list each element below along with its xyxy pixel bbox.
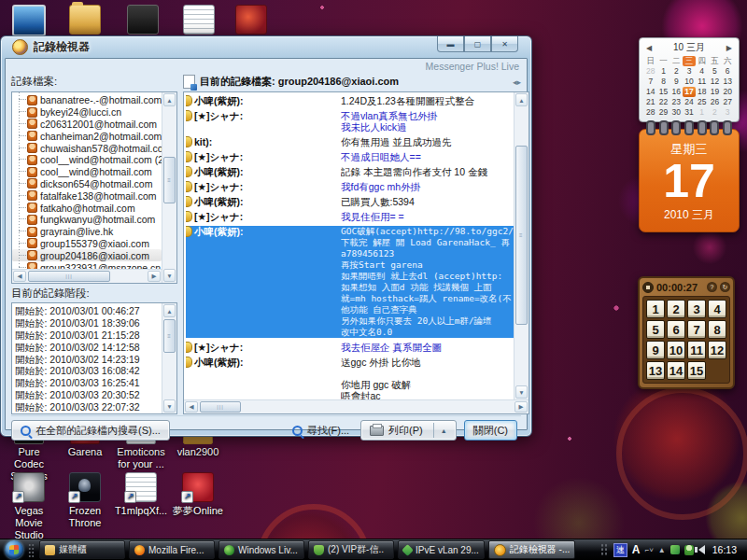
calendar-day-cell[interactable]: 28: [644, 66, 657, 77]
chat-message-line[interactable]: 不過成日咀她人==: [341, 151, 514, 162]
chat-message-line[interactable]: 就=mh hosthack=踢人 rename=改名(不: [341, 293, 514, 304]
calendar-today-card[interactable]: 星期三 17 2010 三月: [639, 129, 740, 232]
chat-message-line[interactable]: 如果想知 入面d 功能 找講幾個 上面: [341, 282, 514, 293]
puzzle-tile[interactable]: 7: [687, 320, 706, 339]
calendar-next-icon[interactable]: ▶: [725, 44, 734, 52]
calendar-day-cell[interactable]: 24: [683, 97, 696, 107]
log-file-item[interactable]: fungkwanyu@hotmail.com: [12, 214, 162, 226]
scroll-down-icon[interactable]: ▼: [515, 385, 528, 399]
calendar-day-cell[interactable]: 30: [669, 107, 683, 118]
scrollbar-thumb[interactable]: |||: [28, 271, 110, 282]
chat-sender-name[interactable]: 小啤(紫妍):: [186, 196, 341, 207]
chat-sender-name[interactable]: [★]シャナ:: [186, 342, 341, 353]
chat-message-line[interactable]: 不過vlan真系無乜外掛: [341, 110, 514, 121]
log-file-item[interactable]: group323931@msnzone.cn: [12, 261, 162, 269]
puzzle-tile[interactable]: 11: [687, 341, 706, 359]
calendar-day-cell[interactable]: 14: [644, 87, 657, 97]
scroll-left-icon[interactable]: ◀: [13, 271, 26, 282]
chat-message-line[interactable]: 我未比人kick過: [341, 121, 514, 133]
session-item[interactable]: 開始於: 2010/03/01 21:15:28: [15, 329, 162, 342]
log-file-item[interactable]: bykeyi24@lucci.cn: [12, 106, 162, 119]
calendar-day-cell[interactable]: 13: [721, 77, 734, 87]
session-item[interactable]: 開始於: 2010/03/03 20:30:52: [15, 389, 162, 401]
close-icon[interactable]: ✕: [491, 36, 518, 52]
files-vertical-scrollbar[interactable]: ▲ ≡ ▼: [162, 92, 176, 283]
chat-message-line[interactable]: 我見住佢用= =: [341, 211, 514, 222]
chat-sender-name[interactable]: kit):: [186, 136, 341, 147]
calendar-day-cell[interactable]: 19: [709, 87, 722, 97]
calendar-day-cell[interactable]: 12: [709, 77, 722, 87]
log-file-item[interactable]: c206312001@hotmail.com: [12, 119, 162, 131]
scroll-right-icon[interactable]: ▶: [148, 271, 161, 282]
calendar-day-cell[interactable]: 15: [657, 87, 670, 97]
taskbar-task-button[interactable]: 媒體櫃: [39, 540, 125, 559]
chat-message-line[interactable]: GOC破解(accept)http://98.to/ggc2/: [341, 226, 514, 237]
calendar-day-cell[interactable]: 20: [721, 87, 734, 97]
session-item[interactable]: 開始於: 2010/03/02 14:23:19: [15, 354, 162, 366]
taskbar-grip[interactable]: [28, 543, 35, 557]
chat-message-line[interactable]: 我fd有ggc mh外掛: [341, 181, 514, 192]
taskbar-task-button[interactable]: Windows Liv...: [218, 540, 304, 559]
taskbar-task-button[interactable]: 記錄檢視器 -...: [488, 540, 575, 559]
taskbar-clock[interactable]: 16:13: [710, 544, 742, 555]
chat-message-line[interactable]: 你有無用過 並且成功過先: [341, 136, 514, 147]
chat-message-line[interactable]: 送ggc 外掛 比你地: [341, 357, 514, 368]
log-file-item[interactable]: fatkaho@hotmail.com: [12, 202, 162, 214]
chat-sender-name[interactable]: [★]シャナ:: [186, 110, 341, 133]
chat-message-line[interactable]: 他功能 自己查字典: [341, 304, 514, 315]
chat-sender-name[interactable]: 小啤(紫妍):: [186, 226, 341, 338]
messenger-tray-icon[interactable]: [684, 545, 694, 555]
show-hidden-icons-icon[interactable]: ▲: [658, 546, 666, 554]
taskbar-task-button[interactable]: (2) VIP群-信..: [308, 540, 394, 559]
chat-message-line[interactable]: 1.24D及1.23各種開圖程式整合: [341, 95, 514, 106]
puzzle-empty-cell[interactable]: [708, 361, 726, 378]
log-file-item[interactable]: chanheiman2@hotmail.com: [12, 130, 162, 142]
calendar-day-cell[interactable]: 10: [683, 77, 696, 87]
scrollbar-thumb[interactable]: |||: [200, 401, 241, 413]
session-item[interactable]: 開始於: 2010/03/02 14:12:58: [15, 342, 162, 354]
calendar-day-cell[interactable]: 4: [696, 66, 709, 77]
calendar-day-cell[interactable]: 6: [721, 66, 734, 77]
scroll-up-icon[interactable]: ▲: [163, 304, 176, 317]
calendar-day-cell[interactable]: 3: [721, 107, 734, 118]
scrollbar-thumb[interactable]: ≡: [163, 157, 176, 203]
chat-message-line[interactable]: 再按Start garena: [341, 259, 514, 271]
session-item[interactable]: 開始於: 2010/03/01 18:39:06: [15, 317, 162, 329]
volume-icon[interactable]: [698, 545, 705, 554]
calendar-day-cell[interactable]: 22: [657, 97, 670, 107]
minimize-button[interactable]: ▬: [437, 36, 464, 52]
chat-message-line[interactable]: 改中文名0.0: [341, 327, 514, 338]
puzzle-tile[interactable]: 5: [646, 320, 665, 339]
puzzle-tile[interactable]: 3: [687, 300, 706, 318]
network-tray-icon[interactable]: [670, 545, 680, 554]
puzzle-tile[interactable]: 1: [646, 300, 665, 318]
desktop-icon[interactable]: ↗夢夢Online: [171, 472, 225, 517]
calendar-day-cell[interactable]: 9: [669, 77, 683, 87]
log-file-item[interactable]: fatalfake138@hotmail.com: [12, 189, 162, 202]
calendar-day-cell[interactable]: 26: [709, 97, 722, 107]
desktop-icon[interactable]: ↗Frozen Throne: [58, 472, 112, 529]
scrollbar-thumb[interactable]: ≡: [163, 319, 176, 353]
calendar-day-cell[interactable]: 5: [709, 66, 722, 77]
chat-sender-name[interactable]: 小啤(紫妍):: [186, 95, 341, 106]
panel-resize-icon[interactable]: ◂▸: [513, 77, 521, 87]
chat-message-line[interactable]: 你地用 ggc 破解: [341, 379, 514, 390]
scroll-left-icon[interactable]: ◀: [185, 401, 198, 413]
calendar-day-cell[interactable]: 11: [696, 77, 709, 87]
scroll-up-icon[interactable]: ▲: [515, 93, 528, 106]
chat-message-line[interactable]: 記錄 本主題需向作者支付 10 金錢: [341, 166, 514, 177]
hidden-icons-grip[interactable]: [600, 543, 609, 556]
calendar-day-cell[interactable]: 1: [696, 107, 709, 118]
puzzle-tile[interactable]: 14: [667, 361, 685, 380]
calendar-day-cell[interactable]: 27: [721, 97, 734, 107]
start-button[interactable]: [5, 540, 23, 559]
calendar-day-cell[interactable]: 21: [644, 97, 657, 107]
puzzle-tile[interactable]: 15: [687, 361, 706, 380]
close-button[interactable]: 關閉(C): [464, 420, 517, 441]
ime-quick-icon[interactable]: 速: [613, 543, 627, 557]
calendar-day-cell[interactable]: 1: [657, 66, 670, 77]
calendar-day-cell[interactable]: 23: [669, 97, 683, 107]
scroll-down-icon[interactable]: ▼: [163, 269, 176, 282]
scroll-up-icon[interactable]: ▲: [163, 93, 176, 106]
scroll-right-icon[interactable]: ▶: [514, 401, 528, 413]
